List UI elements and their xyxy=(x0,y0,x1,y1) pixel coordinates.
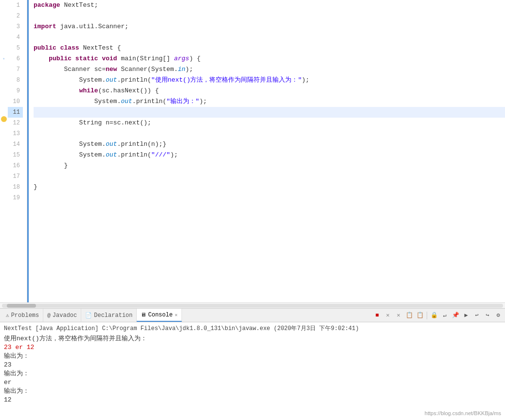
line-num-17: 17 xyxy=(8,171,23,182)
code-indent xyxy=(34,86,79,96)
horizontal-scrollbar[interactable] xyxy=(0,302,505,308)
line-num-13: 13 xyxy=(8,128,23,139)
line-num-4: 4 xyxy=(8,32,23,43)
code-line-2 xyxy=(34,11,505,21)
gutter-icon-2 xyxy=(0,11,8,21)
line-num-3: 3 xyxy=(8,21,23,32)
keyword-public-5: public xyxy=(34,43,56,53)
tab-console[interactable]: 🖥 Console ✕ xyxy=(137,309,181,322)
code-text: NextTest; xyxy=(60,0,98,11)
keyword-package: package xyxy=(34,0,60,11)
word-wrap-button[interactable]: ↵ xyxy=(440,311,450,320)
gutter-icon-7 xyxy=(1,116,7,122)
stop-button[interactable]: ■ xyxy=(372,311,382,320)
code-line-19 xyxy=(34,192,505,203)
field-out-10: out xyxy=(121,96,132,107)
field-out-14: out xyxy=(106,139,117,150)
console-icon: 🖥 xyxy=(141,312,146,318)
code-indent: System. xyxy=(34,75,106,86)
gutter-icon-9 xyxy=(0,185,8,195)
gutter-icon-15 xyxy=(0,249,8,260)
line-gutter: 1 2 3 4 5 6 7 8 9 10 11 12 13 14 15 16 1… xyxy=(8,0,27,302)
tab-problems[interactable]: ⚠ Problems xyxy=(2,309,43,322)
gutter-icon-5 xyxy=(0,43,8,53)
code-text: ); xyxy=(185,64,193,75)
code-line-3: import java.util.Scanner; xyxy=(34,21,505,32)
keyword-new: new xyxy=(106,64,117,75)
string-10: "输出为：" xyxy=(166,96,199,107)
line-num-7: 7 xyxy=(8,64,23,75)
code-line-15: System.out.println("///"); xyxy=(34,150,505,160)
line-num-1: 1 xyxy=(8,0,23,11)
gutter-icon-11 xyxy=(0,206,8,217)
keyword-class: class xyxy=(60,43,79,53)
scrollbar-track[interactable] xyxy=(2,304,503,308)
toolbar-divider xyxy=(427,312,427,319)
undo-button[interactable]: ↩ xyxy=(472,311,482,320)
code-line-11 xyxy=(34,107,505,118)
console-output-line-5: 输出为： xyxy=(4,369,501,378)
keyword-static: static xyxy=(75,53,98,64)
code-indent: Scanner sc= xyxy=(34,64,106,75)
copy-button[interactable]: 📋 xyxy=(404,311,414,320)
keyword-import: import xyxy=(34,21,56,32)
param-args: args xyxy=(174,53,189,64)
console-output-line-8: 12 xyxy=(4,396,501,404)
code-indent: System. xyxy=(34,96,121,107)
gutter-icon-6: ◦ xyxy=(0,53,8,64)
code-text: Scanner(System. xyxy=(117,64,178,75)
gutter-icon-16 xyxy=(0,260,8,270)
run-info: NextTest [Java Application] C:\Program F… xyxy=(4,324,501,332)
redo-button[interactable]: ↪ xyxy=(483,311,492,320)
line-num-16: 16 xyxy=(8,160,23,171)
tab-console-label: Console xyxy=(148,312,172,318)
code-line-5: public class NextTest { xyxy=(34,43,505,53)
code-line-13 xyxy=(34,128,505,139)
gutter-icon-1 xyxy=(0,0,8,11)
code-text: ); xyxy=(302,75,309,86)
declaration-icon: 📄 xyxy=(85,312,92,318)
gutter-icon-13 xyxy=(0,228,8,238)
tab-javadoc[interactable]: @ Javadoc xyxy=(43,309,81,322)
string-15: "///" xyxy=(151,150,170,160)
field-in: in xyxy=(178,64,185,75)
pin-button[interactable]: 📌 xyxy=(451,311,460,320)
code-text: ); xyxy=(170,150,178,160)
scrollbar-thumb[interactable] xyxy=(7,304,36,308)
keyword-public-6: public xyxy=(49,53,72,64)
code-indent: System. xyxy=(34,139,106,150)
code-line-18: } xyxy=(34,182,505,192)
line-num-11: 11 xyxy=(8,107,23,118)
tab-declaration[interactable]: 📄 Declaration xyxy=(81,309,137,322)
console-output[interactable]: NextTest [Java Application] C:\Program F… xyxy=(0,322,505,420)
code-text xyxy=(56,43,60,53)
line-num-10: 10 xyxy=(8,96,23,107)
copy-all-button[interactable]: 📋 xyxy=(415,311,425,320)
code-text: .println( xyxy=(117,75,151,86)
code-line-10: System.out.println("输出为："); xyxy=(34,96,505,107)
console-close[interactable]: ✕ xyxy=(175,312,178,318)
code-text: ); xyxy=(199,96,207,107)
code-line-12: String n=sc.next(); xyxy=(34,118,505,128)
console-toolbar: ■ ✕ ✕ 📋 📋 🔒 ↵ 📌 ▶ ↩ ↪ ⚙ xyxy=(372,311,503,320)
gutter-icon-19 xyxy=(0,292,8,302)
keyword-while: while xyxy=(79,86,98,96)
code-text: .println( xyxy=(132,96,166,107)
remove-button[interactable]: ✕ xyxy=(383,311,393,320)
console-output-line-7: 输出为： xyxy=(4,387,501,396)
code-indent xyxy=(34,53,49,64)
code-indent: String n=sc.next(); xyxy=(34,118,151,128)
run-button[interactable]: ▶ xyxy=(461,311,471,320)
settings-button[interactable]: ⚙ xyxy=(493,311,503,320)
remove-all-button[interactable]: ✕ xyxy=(394,311,403,320)
code-content[interactable]: package NextTest; import java.util.Scann… xyxy=(29,0,505,302)
code-line-16: } xyxy=(34,160,505,171)
line-num-9: 9 xyxy=(8,86,23,96)
scroll-lock-button[interactable]: 🔒 xyxy=(429,311,439,320)
code-text: ) { xyxy=(189,53,200,64)
console-output-line-1: 使用next()方法，将空格作为间隔符并且输入为： xyxy=(4,334,501,343)
gutter-icon-3 xyxy=(0,21,8,32)
code-text: } xyxy=(34,182,37,192)
field-out-15: out xyxy=(106,150,117,160)
gutter-icon-10 xyxy=(0,195,8,206)
